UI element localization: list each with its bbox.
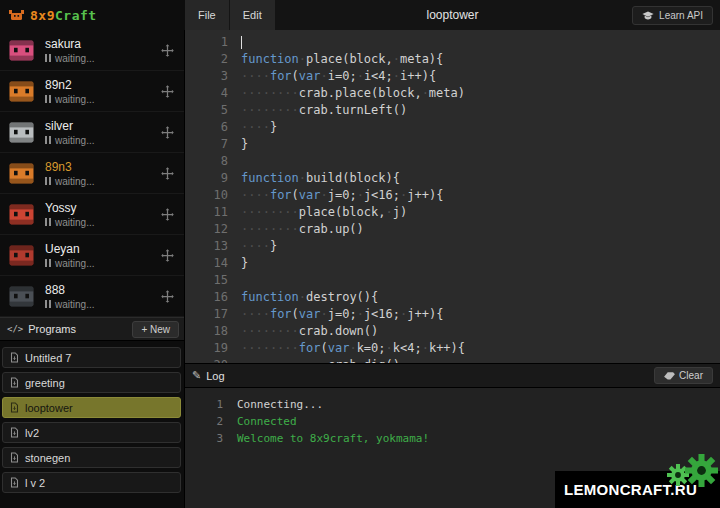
code-line[interactable]: 10····for(var·j=0;·j<16;·j++){ xyxy=(185,187,720,204)
line-number: 17 xyxy=(185,306,241,323)
player-status: waiting... xyxy=(45,53,160,64)
text-cursor xyxy=(241,36,242,49)
code-line[interactable]: 12········crab.up() xyxy=(185,221,720,238)
program-name: lv2 xyxy=(25,427,39,439)
pause-icon xyxy=(45,136,51,144)
program-item[interactable]: Untitled 7 xyxy=(2,347,181,368)
code-line[interactable]: 14} xyxy=(185,255,720,272)
player-row[interactable]: 89n2 waiting... xyxy=(0,71,184,112)
player-info: Yossy waiting... xyxy=(45,201,160,228)
program-item[interactable]: stonegen xyxy=(2,447,181,468)
log-header: ✎ Log Clear xyxy=(185,364,720,388)
code-line[interactable]: 6····} xyxy=(185,119,720,136)
logo-text-craft: Craft xyxy=(55,8,97,23)
line-number: 19 xyxy=(185,340,241,357)
player-info: sakura waiting... xyxy=(45,37,160,64)
line-number: 5 xyxy=(185,102,241,119)
player-name: 888 xyxy=(45,283,160,297)
player-info: silver waiting... xyxy=(45,119,160,146)
player-avatar-icon xyxy=(8,78,35,105)
code-line[interactable]: 1 xyxy=(185,34,720,51)
file-icon xyxy=(10,402,19,413)
code-line[interactable]: 3····for(var·i=0;·i<4;·i++){ xyxy=(185,68,720,85)
code-text: ····} xyxy=(241,119,720,136)
line-number: 6 xyxy=(185,119,241,136)
line-number: 7 xyxy=(185,136,241,153)
code-text: ····for(var·i=0;·i<4;·i++){ xyxy=(241,68,720,85)
logo-text: 8x9Craft xyxy=(30,8,97,23)
menu-edit[interactable]: Edit xyxy=(230,0,276,30)
code-text: ····for(var·j=0;·j<16;·j++){ xyxy=(241,187,720,204)
line-number: 12 xyxy=(185,221,241,238)
code-text: ········place(block,·j) xyxy=(241,204,720,221)
log-entry-number: 3 xyxy=(185,430,237,447)
program-list: Untitled 7 greeting looptower lv2 stoneg… xyxy=(0,341,184,493)
code-line[interactable]: 19········for(var·k=0;·k<4;·k++){ xyxy=(185,340,720,357)
move-crosshair-icon[interactable] xyxy=(160,43,175,58)
player-avatar-icon xyxy=(8,160,35,187)
app-logo: 8x9Craft xyxy=(0,0,185,30)
code-line[interactable]: 11········place(block,·j) xyxy=(185,204,720,221)
learn-api-button[interactable]: Learn API xyxy=(632,6,713,25)
code-line[interactable]: 9function·build(block){ xyxy=(185,170,720,187)
player-name: silver xyxy=(45,119,160,133)
line-number: 18 xyxy=(185,323,241,340)
line-number: 11 xyxy=(185,204,241,221)
line-number: 4 xyxy=(185,85,241,102)
pause-icon xyxy=(45,95,51,103)
line-number: 1 xyxy=(185,34,241,51)
code-line[interactable]: 5········crab.turnLeft() xyxy=(185,102,720,119)
code-text: ····} xyxy=(241,238,720,255)
player-status: waiting... xyxy=(45,135,160,146)
move-crosshair-icon[interactable] xyxy=(160,248,175,263)
pause-icon xyxy=(45,218,51,226)
code-text xyxy=(241,153,720,170)
code-line[interactable]: 2function·place(block,·meta){ xyxy=(185,51,720,68)
player-row[interactable]: 888 waiting... xyxy=(0,276,184,317)
pause-icon xyxy=(45,177,51,185)
pause-icon xyxy=(45,54,51,62)
program-item[interactable]: looptower xyxy=(2,397,181,418)
log-pencil-icon: ✎ xyxy=(192,369,201,382)
line-number: 9 xyxy=(185,170,241,187)
move-crosshair-icon[interactable] xyxy=(160,207,175,222)
player-row[interactable]: 89n3 waiting... xyxy=(0,153,184,194)
player-info: 888 waiting... xyxy=(45,283,160,310)
programs-header: </> Programs + New xyxy=(0,317,184,341)
program-item[interactable]: l v 2 xyxy=(2,472,181,493)
code-line[interactable]: 15 xyxy=(185,272,720,289)
program-name: stonegen xyxy=(25,452,70,464)
clear-log-button[interactable]: Clear xyxy=(654,367,713,384)
move-crosshair-icon[interactable] xyxy=(160,125,175,140)
watermark: LEMONCRAFT.RU xyxy=(555,471,720,508)
code-line[interactable]: 7} xyxy=(185,136,720,153)
program-item[interactable]: greeting xyxy=(2,372,181,393)
line-number: 16 xyxy=(185,289,241,306)
code-line[interactable]: 18········crab.down() xyxy=(185,323,720,340)
program-item[interactable]: lv2 xyxy=(2,422,181,443)
player-info: Ueyan waiting... xyxy=(45,242,160,269)
player-row[interactable]: Yossy waiting... xyxy=(0,194,184,235)
code-text: ········crab.turnLeft() xyxy=(241,102,720,119)
sidebar: sakura waiting... 89n2 waiting... xyxy=(0,30,185,508)
menu-file[interactable]: File xyxy=(185,0,230,30)
player-status: waiting... xyxy=(45,176,160,187)
new-program-button[interactable]: + New xyxy=(132,321,179,338)
player-row[interactable]: sakura waiting... xyxy=(0,30,184,71)
log-title: Log xyxy=(206,370,224,382)
player-row[interactable]: Ueyan waiting... xyxy=(0,235,184,276)
move-crosshair-icon[interactable] xyxy=(160,289,175,304)
code-text: function·build(block){ xyxy=(241,170,720,187)
code-line[interactable]: 4········crab.place(block,·meta) xyxy=(185,85,720,102)
code-editor[interactable]: 12function·place(block,·meta){3····for(v… xyxy=(185,30,720,363)
move-crosshair-icon[interactable] xyxy=(160,166,175,181)
code-line[interactable]: 17····for(var·j=0;·j<16;·j++){ xyxy=(185,306,720,323)
code-line[interactable]: 8 xyxy=(185,153,720,170)
line-number: 2 xyxy=(185,51,241,68)
code-line[interactable]: 13····} xyxy=(185,238,720,255)
move-crosshair-icon[interactable] xyxy=(160,84,175,99)
log-entry-text: Connected xyxy=(237,413,297,430)
log-entry: 2Connected xyxy=(185,413,720,430)
player-row[interactable]: silver waiting... xyxy=(0,112,184,153)
code-line[interactable]: 16function·destroy(){ xyxy=(185,289,720,306)
